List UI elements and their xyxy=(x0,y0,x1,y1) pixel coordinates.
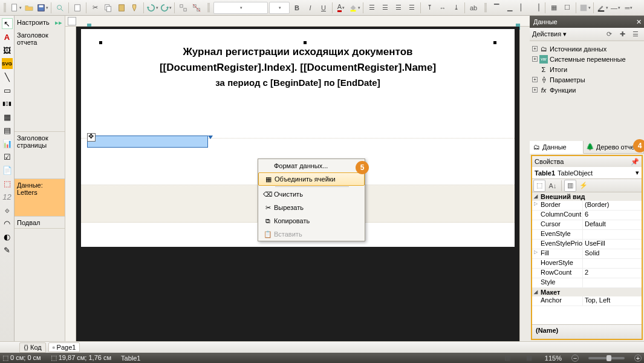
chart-tool[interactable]: 📊 xyxy=(2,138,13,149)
expand-icon[interactable]: + xyxy=(532,77,538,82)
border-bottom-button[interactable]: ▁ xyxy=(504,2,516,14)
ungroup-button[interactable] xyxy=(190,2,203,14)
gauge-tool[interactable]: ◐ xyxy=(2,231,13,242)
props-pin-icon[interactable]: 📌 xyxy=(631,158,639,166)
expand-icon[interactable]: + xyxy=(532,87,538,93)
expand-icon[interactable]: + xyxy=(532,56,538,62)
digits-tool[interactable]: 12 xyxy=(2,191,13,202)
border-top-button[interactable]: ▔ xyxy=(490,2,503,14)
redo-button[interactable] xyxy=(160,2,172,14)
band-data[interactable]: Данные: Letters xyxy=(15,179,65,217)
object-selector[interactable]: Table1 TableObject ▾ xyxy=(532,167,642,179)
map-tool[interactable]: ◠ xyxy=(2,218,13,229)
fill-color-button[interactable] xyxy=(348,2,360,14)
data-refresh-icon[interactable]: ⟳ xyxy=(603,28,615,41)
ctx-format-data[interactable]: Формат данных... xyxy=(258,159,365,172)
ruler-origin[interactable] xyxy=(68,17,76,25)
border-color-button[interactable] xyxy=(596,2,608,14)
pointer-tool[interactable]: ↖ xyxy=(2,18,13,29)
matrix-tool[interactable]: ▤ xyxy=(2,125,13,136)
valign-bottom-button[interactable]: ⤓ xyxy=(450,2,462,14)
rotate-button[interactable]: ab xyxy=(467,2,480,14)
shape-tool[interactable]: ▭ xyxy=(2,85,13,96)
props-events-button[interactable]: ⚡ xyxy=(577,180,590,192)
bold-button[interactable]: B xyxy=(291,2,303,14)
cat-layout[interactable]: Макет xyxy=(532,288,642,296)
ctx-clear[interactable]: ⌫Очистить xyxy=(258,188,365,201)
zoom-in-button[interactable]: + xyxy=(634,355,642,362)
props-categorized-button[interactable]: ⬚ xyxy=(533,180,545,192)
view-mode-1[interactable]: ▥ xyxy=(501,352,513,364)
title-line-2[interactable]: [[DocumentRegister].Index]. [[DocumentRe… xyxy=(81,62,515,74)
font-size-select[interactable] xyxy=(269,2,290,14)
tab-page1[interactable]: ▫Page1 xyxy=(48,342,80,352)
underline-button[interactable]: U xyxy=(317,2,330,14)
table-move-handle[interactable] xyxy=(87,133,96,142)
barcode-tool[interactable]: ▮▯▮ xyxy=(2,98,13,109)
cut-button[interactable]: ✂ xyxy=(89,2,101,14)
group-button[interactable] xyxy=(177,2,189,14)
checkbox-tool[interactable]: ☑ xyxy=(2,151,13,162)
title-line-1[interactable]: Журнал регистрации исходящих документов xyxy=(81,46,515,58)
align-right-button[interactable]: ☰ xyxy=(392,2,405,14)
canvas-scrollbar[interactable] xyxy=(519,27,530,341)
fill-button[interactable] xyxy=(579,2,591,14)
border-none-button[interactable]: ☐ xyxy=(561,2,573,14)
chevron-down-icon[interactable]: ▾ xyxy=(636,169,639,177)
ruler-vertical[interactable] xyxy=(65,27,76,341)
view-mode-2[interactable]: ▦ xyxy=(523,352,535,364)
table-tool[interactable]: ▦ xyxy=(2,111,13,122)
tab-data[interactable]: 🗂Данные xyxy=(530,141,584,154)
open-button[interactable] xyxy=(23,2,35,14)
align-center-button[interactable]: ☰ xyxy=(379,2,391,14)
valign-middle-button[interactable]: ↔ xyxy=(437,2,449,14)
zoom-out-button[interactable]: − xyxy=(571,355,579,362)
undo-button[interactable] xyxy=(146,2,158,14)
copy-button[interactable] xyxy=(102,2,114,14)
format-painter-button[interactable] xyxy=(129,2,141,14)
band-footer[interactable]: Подвал xyxy=(15,217,65,229)
data-add-icon[interactable]: ✚ xyxy=(616,28,628,41)
font-family-select[interactable] xyxy=(213,2,268,14)
ruler-horizontal[interactable] xyxy=(65,16,530,27)
font-color-button[interactable]: A xyxy=(335,2,347,14)
border-all-button[interactable]: ▦ xyxy=(548,2,560,14)
data-tree[interactable]: +🗂Источники данных +varСистемные перемен… xyxy=(530,41,644,140)
ctx-cut[interactable]: ✂Вырезать xyxy=(258,201,365,214)
italic-button[interactable]: I xyxy=(304,2,316,14)
props-alpha-button[interactable]: A↓ xyxy=(547,180,559,192)
panel-close-icon[interactable]: ✕ xyxy=(636,18,642,26)
page-setup-button[interactable] xyxy=(71,2,83,14)
band-page-header[interactable]: Заголовок страницы xyxy=(15,132,65,179)
border-style-button[interactable]: ═ xyxy=(623,2,635,14)
align-justify-button[interactable]: ☰ xyxy=(406,2,418,14)
line-tool[interactable]: ╲ xyxy=(2,71,13,82)
signature-tool[interactable]: ✎ xyxy=(2,244,13,255)
band-report-title[interactable]: Заголовок отчета xyxy=(15,29,65,132)
ctx-copy[interactable]: ⧉Копировать xyxy=(258,214,365,227)
configure-label[interactable]: Настроить xyxy=(17,19,50,26)
richtext-tool[interactable]: 📄 xyxy=(2,165,13,175)
title-line-3[interactable]: за период с [BeginDate] по [EndDate] xyxy=(81,77,515,88)
valign-top-button[interactable]: ⤒ xyxy=(423,2,435,14)
svg-tool[interactable]: SVG xyxy=(2,58,13,69)
align-left-button[interactable]: ☰ xyxy=(366,2,378,14)
properties-grid[interactable]: Внешний вид ▷Border(Border) ColumnCount6… xyxy=(532,192,642,324)
text-tool[interactable]: A xyxy=(2,31,13,42)
actions-dropdown[interactable]: Действия ▾ xyxy=(532,30,567,38)
border-right-button[interactable]: ▕ xyxy=(530,2,542,14)
tab-code[interactable]: ⟨⟩Код xyxy=(19,342,46,353)
table-cell-selection[interactable] xyxy=(87,136,208,148)
new-doc-button[interactable] xyxy=(10,2,22,14)
props-pages-button[interactable]: ▥ xyxy=(564,180,576,192)
border-width-button[interactable]: — xyxy=(610,2,622,14)
picture-tool[interactable]: 🖼 xyxy=(2,45,13,56)
bands-collapse-icon[interactable]: ▸▸ xyxy=(55,19,62,27)
zoom-slider[interactable] xyxy=(588,357,625,359)
expand-icon[interactable]: + xyxy=(532,46,538,51)
cellular-tool[interactable]: ⬚ xyxy=(2,178,13,189)
paste-button[interactable] xyxy=(115,2,128,14)
data-filter-icon[interactable]: ☰ xyxy=(629,28,642,41)
ctx-merge-cells[interactable]: ▦Объединить ячейки xyxy=(258,172,365,186)
border-left-button[interactable]: ▏ xyxy=(517,2,529,14)
